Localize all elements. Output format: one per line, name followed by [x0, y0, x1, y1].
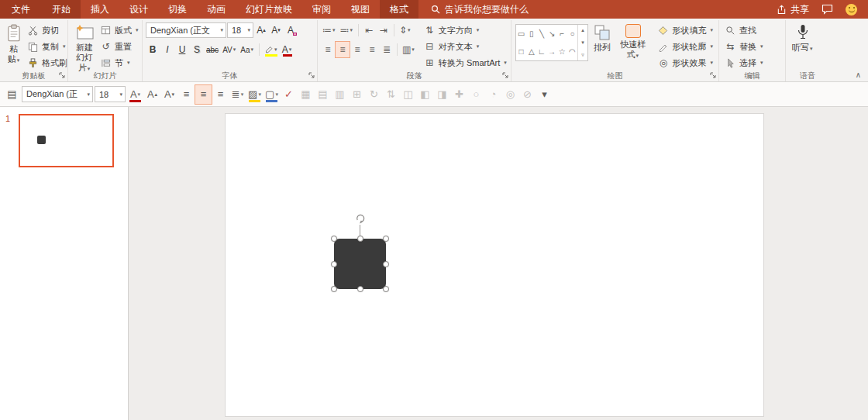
convert-to-smartart-button[interactable]: ⊞ 转换为 SmartArt ▾: [422, 55, 510, 71]
insert-table-icon[interactable]: ▦: [298, 85, 314, 104]
change-case-button[interactable]: Aa▾: [239, 42, 256, 57]
align-center-icon[interactable]: ≡: [195, 85, 212, 104]
decrease-font-size-icon[interactable]: A▾: [161, 85, 177, 104]
selected-shape[interactable]: [334, 239, 386, 289]
replace-button[interactable]: ⇆ 替换 ▾: [722, 39, 766, 54]
flip-vertical-icon[interactable]: ⇅: [383, 85, 399, 104]
feedback-comment-icon[interactable]: [822, 4, 833, 15]
gallery-down-icon[interactable]: ▾: [581, 40, 584, 46]
line-spacing-button[interactable]: ⇕▾: [398, 22, 413, 38]
arrange-button[interactable]: 排列: [591, 22, 614, 53]
align-objects-icon[interactable]: ⊞: [349, 85, 365, 104]
tab-slideshow[interactable]: 幻灯片放映: [236, 0, 302, 19]
donut-shape-icon[interactable]: ◎: [502, 85, 518, 104]
align-left-icon[interactable]: ≡: [178, 85, 195, 104]
shape-gallery-item[interactable]: →: [548, 47, 556, 56]
oval-shape-icon[interactable]: ○: [468, 85, 484, 104]
tab-home[interactable]: 开始: [42, 0, 81, 19]
dictate-button[interactable]: 听写▾: [789, 22, 817, 53]
slide-thumbnail[interactable]: [19, 114, 114, 167]
collapse-ribbon-icon[interactable]: ∧: [856, 71, 861, 79]
shape-gallery-item[interactable]: ▭: [518, 29, 525, 38]
shape-gallery-item[interactable]: ○: [570, 29, 574, 38]
shape-gallery-item[interactable]: ╲: [539, 29, 544, 38]
bullets-button[interactable]: ≔▾: [321, 22, 338, 38]
shape-gallery-item[interactable]: □: [519, 47, 524, 56]
increase-indent-button[interactable]: ⇥: [377, 22, 391, 38]
increase-font-size-button[interactable]: A▴: [254, 22, 268, 38]
font-name-combo[interactable]: DengXian (正文 ▾: [146, 22, 226, 38]
bring-forward-icon[interactable]: ◧: [417, 85, 433, 104]
text-direction-button[interactable]: ⇅ 文字方向 ▾: [422, 22, 510, 38]
shape-gallery-item[interactable]: ▯: [529, 29, 534, 38]
quick-font-size-combo[interactable]: 18 ▾: [95, 86, 126, 102]
font-dialog-launcher-icon[interactable]: [308, 71, 315, 79]
shape-gallery-item[interactable]: ⌐: [560, 29, 564, 38]
align-right-icon[interactable]: ≡: [212, 85, 229, 104]
resize-handle-s[interactable]: [357, 286, 363, 292]
style-check-icon[interactable]: ✓: [281, 85, 297, 104]
paragraph-dialog-launcher-icon[interactable]: [501, 71, 509, 79]
shape-gallery-item[interactable]: △: [529, 47, 535, 56]
resize-handle-e[interactable]: [383, 261, 389, 267]
font-color-icon[interactable]: A▾: [127, 85, 143, 104]
shape-fill-button[interactable]: 形状填充 ▾: [655, 22, 716, 38]
no-fill-icon[interactable]: ⊘: [519, 85, 536, 104]
clear-formatting-button[interactable]: A: [284, 22, 298, 38]
group-objects-icon[interactable]: ◫: [400, 85, 416, 104]
drawing-dialog-launcher-icon[interactable]: [709, 71, 717, 79]
increase-font-size-icon[interactable]: A▴: [144, 85, 160, 104]
shape-gallery-item[interactable]: ↘: [549, 29, 555, 38]
shape-effects-button[interactable]: ◎ 形状效果 ▾: [655, 55, 716, 71]
italic-button[interactable]: I: [160, 42, 174, 57]
character-spacing-button[interactable]: AV▾: [221, 42, 238, 57]
section-button[interactable]: 节 ▾: [98, 55, 142, 71]
send-backward-icon[interactable]: ◨: [434, 85, 450, 104]
resize-handle-w[interactable]: [331, 261, 337, 267]
resize-handle-sw[interactable]: [331, 286, 337, 292]
numbering-button[interactable]: ≕▾: [339, 22, 356, 38]
layout-button[interactable]: 版式 ▾: [98, 22, 142, 38]
share-button[interactable]: 共享: [777, 3, 809, 16]
resize-handle-se[interactable]: [383, 286, 389, 292]
slide-canvas[interactable]: [225, 113, 764, 417]
reset-button[interactable]: ↺ 重置: [98, 39, 142, 54]
align-left-button[interactable]: ≡: [321, 42, 335, 57]
select-button[interactable]: 选择 ▾: [722, 55, 766, 71]
tab-insert[interactable]: 插入: [81, 0, 119, 19]
tab-animations[interactable]: 动画: [197, 0, 236, 19]
rotate-handle[interactable]: [355, 213, 366, 224]
tab-format[interactable]: 格式: [380, 0, 418, 19]
decrease-font-size-button[interactable]: A▾: [269, 22, 283, 38]
distribute-columns-icon[interactable]: ▥: [332, 85, 348, 104]
move-object-icon[interactable]: ✚: [451, 85, 467, 104]
font-color-button[interactable]: A ▾: [281, 42, 294, 57]
resize-handle-nw[interactable]: [331, 236, 337, 242]
text-shadow-button[interactable]: S: [190, 42, 204, 57]
shape-outline-button[interactable]: 形状轮廓 ▾: [655, 39, 716, 54]
distribute-button[interactable]: ≣: [380, 42, 394, 57]
rotate-object-icon[interactable]: ↻: [366, 85, 382, 104]
text-highlight-button[interactable]: ▾: [263, 42, 280, 57]
find-button[interactable]: 查找: [722, 22, 766, 38]
paste-button[interactable]: 粘贴▾: [3, 22, 25, 64]
decrease-indent-button[interactable]: ⇤: [362, 22, 376, 38]
clipboard-dialog-launcher-icon[interactable]: [58, 71, 66, 79]
more-tools-icon[interactable]: ▾: [536, 85, 553, 104]
cut-button[interactable]: 剪切: [25, 22, 70, 38]
resize-handle-ne[interactable]: [383, 236, 389, 242]
bold-button[interactable]: B: [146, 42, 160, 57]
pie-shape-icon[interactable]: ◔: [485, 85, 501, 104]
smiley-feedback-icon[interactable]: [846, 4, 857, 15]
format-painter-button[interactable]: 格式刷: [25, 55, 70, 71]
copy-button[interactable]: 复制 ▾: [25, 39, 70, 54]
font-size-combo[interactable]: 18 ▾: [227, 22, 253, 38]
align-right-button[interactable]: ≡: [350, 42, 364, 57]
shape-gallery-item[interactable]: ∟: [538, 47, 546, 56]
quick-font-name-combo[interactable]: DengXian (正 ▾: [22, 86, 93, 102]
columns-button[interactable]: ▥▾: [401, 42, 417, 57]
gallery-up-icon[interactable]: ▴: [581, 27, 584, 33]
shape-gallery-item[interactable]: ☆: [559, 47, 566, 56]
tab-view[interactable]: 视图: [341, 0, 380, 19]
tab-design[interactable]: 设计: [119, 0, 158, 19]
